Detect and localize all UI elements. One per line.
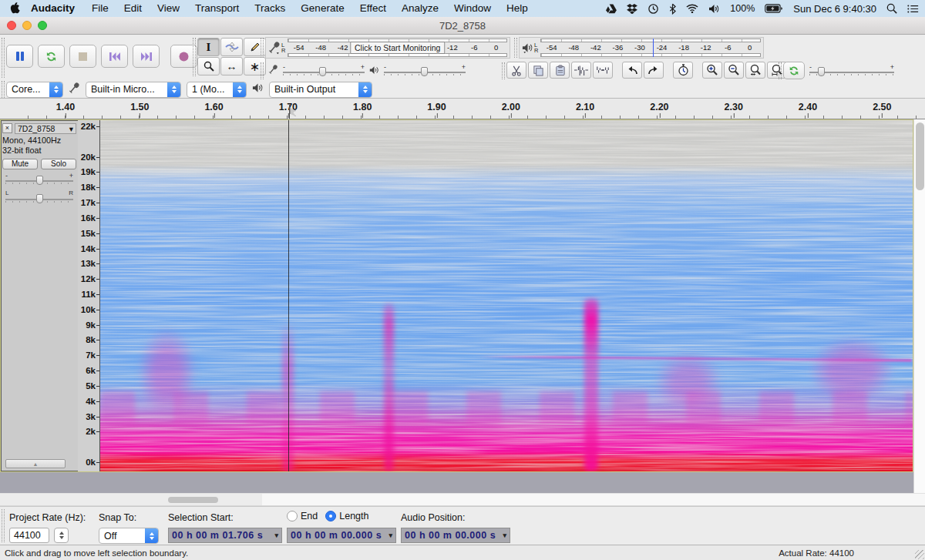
close-track-button[interactable]: × bbox=[2, 123, 12, 133]
selection-length-field[interactable]: 00 h 00 m 00.000 s▾ bbox=[287, 528, 396, 543]
menu-item[interactable]: Window bbox=[446, 0, 499, 17]
volume-icon[interactable] bbox=[708, 4, 720, 14]
menu-clock[interactable]: Sun Dec 6 9:40:30 bbox=[793, 3, 876, 15]
track-gain-thumb[interactable] bbox=[36, 176, 43, 185]
track-pan-slider[interactable]: LR bbox=[5, 193, 73, 203]
timeshift-tool-button[interactable]: ↔ bbox=[220, 57, 243, 75]
battery-icon[interactable] bbox=[765, 4, 783, 13]
selection-tool-button[interactable]: I bbox=[197, 38, 220, 56]
menu-item[interactable]: Effect bbox=[352, 0, 394, 17]
start-monitoring-button[interactable]: Click to Start Monitoring bbox=[350, 42, 445, 54]
horizontal-scrollbar[interactable] bbox=[0, 493, 925, 506]
playback-meter[interactable]: LR -54-48-42-36-30-24-18-12-60 bbox=[519, 37, 764, 59]
edit-toolbar-grip[interactable] bbox=[502, 62, 505, 79]
zoom-out-button[interactable] bbox=[724, 62, 744, 79]
end-radio[interactable]: End bbox=[287, 511, 318, 521]
stop-button[interactable] bbox=[69, 45, 96, 68]
menu-item[interactable]: View bbox=[150, 0, 187, 17]
solo-button[interactable]: Solo bbox=[41, 159, 76, 169]
menu-item[interactable]: Generate bbox=[293, 0, 352, 17]
cut-button[interactable] bbox=[506, 62, 526, 79]
project-rate-input[interactable]: 44100 bbox=[9, 528, 49, 543]
timeline-label: 2.00 bbox=[502, 102, 520, 112]
wifi-icon[interactable] bbox=[686, 4, 698, 13]
copy-button[interactable] bbox=[528, 62, 548, 79]
track-title-menu[interactable]: 7D2_8758 ▾ bbox=[15, 123, 76, 134]
spotlight-icon[interactable] bbox=[886, 3, 897, 14]
frequency-label: 6k bbox=[86, 366, 96, 375]
recording-channels-select[interactable]: 1 (Mo... bbox=[187, 82, 247, 98]
silence-audio-button[interactable] bbox=[593, 62, 613, 79]
playback-device-select[interactable]: Built-in Output bbox=[269, 82, 372, 98]
audio-position-field[interactable]: 00 h 00 m 00.000 s▾ bbox=[401, 528, 510, 543]
redo-button[interactable] bbox=[644, 62, 664, 79]
mixer-grip[interactable] bbox=[261, 62, 264, 79]
frequency-label: 8k bbox=[86, 335, 96, 344]
spectrogram[interactable] bbox=[100, 120, 913, 471]
menu-item[interactable]: Transport bbox=[187, 0, 247, 17]
zoom-in-button[interactable] bbox=[702, 62, 722, 79]
device-toolbar-grip[interactable] bbox=[2, 81, 5, 98]
envelope-tool-button[interactable] bbox=[220, 38, 243, 56]
menu-item[interactable]: Edit bbox=[116, 0, 150, 17]
zoom-window-button[interactable] bbox=[38, 21, 47, 30]
record-volume-thumb[interactable] bbox=[319, 67, 326, 76]
trim-audio-button[interactable] bbox=[571, 62, 591, 79]
recording-meter-grip[interactable] bbox=[261, 38, 264, 58]
window-title-bar[interactable]: 7D2_8758 bbox=[0, 17, 925, 35]
pause-button[interactable] bbox=[6, 45, 33, 68]
track-gain-slider[interactable]: -+ bbox=[5, 174, 73, 185]
notification-center-icon[interactable] bbox=[907, 4, 919, 14]
transcription-grip[interactable] bbox=[779, 62, 782, 79]
playback-speed-thumb[interactable] bbox=[818, 67, 825, 76]
time-machine-icon[interactable] bbox=[648, 3, 659, 15]
selection-start-field[interactable]: 00 h 00 m 01.706 s▾ bbox=[168, 528, 282, 543]
radio-selected-icon[interactable] bbox=[325, 511, 336, 521]
paste-button[interactable] bbox=[550, 62, 570, 79]
playback-volume-slider[interactable]: -+ bbox=[384, 65, 466, 76]
menu-item[interactable]: Audacity bbox=[23, 0, 84, 17]
vertical-scrollbar[interactable] bbox=[913, 119, 925, 493]
selection-toolbar-grip[interactable] bbox=[2, 509, 5, 542]
window-resize-grip[interactable] bbox=[915, 550, 924, 559]
tools-grip[interactable] bbox=[193, 38, 196, 76]
playback-meter-grip[interactable] bbox=[514, 38, 517, 58]
skip-to-start-button[interactable] bbox=[101, 45, 128, 68]
record-volume-slider[interactable]: -+ bbox=[283, 65, 365, 76]
play-button[interactable] bbox=[38, 45, 65, 68]
skip-to-end-button[interactable] bbox=[133, 45, 160, 68]
audio-host-select[interactable]: Core... bbox=[6, 82, 63, 98]
apple-menu-icon[interactable] bbox=[6, 2, 23, 16]
collapse-track-button[interactable]: ▲ bbox=[5, 459, 66, 468]
playback-speed-slider[interactable]: -+ bbox=[809, 65, 894, 76]
track-pan-thumb[interactable] bbox=[36, 194, 43, 203]
frequency-ruler[interactable]: 22k20k19k18k17k16k15k14k13k12k11k10k9k8k… bbox=[78, 120, 100, 471]
close-window-button[interactable] bbox=[7, 21, 16, 30]
play-at-speed-button[interactable] bbox=[783, 62, 805, 79]
menu-item[interactable]: Tracks bbox=[247, 0, 293, 17]
minimize-window-button[interactable] bbox=[22, 21, 32, 30]
gdrive-icon[interactable] bbox=[606, 4, 617, 14]
recording-meter[interactable]: LR -54-48-42-36-30-24-18-12-60 Click to … bbox=[265, 37, 510, 59]
snap-to-select[interactable]: Off bbox=[99, 528, 159, 544]
dropbox-icon[interactable] bbox=[627, 4, 637, 14]
vertical-scrollbar-thumb[interactable] bbox=[916, 122, 924, 190]
menu-item[interactable]: File bbox=[84, 0, 116, 17]
fit-selection-button[interactable] bbox=[745, 62, 765, 79]
horizontal-scrollbar-thumb[interactable] bbox=[168, 497, 218, 503]
project-rate-stepper[interactable] bbox=[54, 528, 69, 543]
mute-button[interactable]: Mute bbox=[2, 159, 38, 169]
spectral-band bbox=[100, 391, 913, 424]
timeline-ruler[interactable]: 1.401.501.601.701.801.902.002.102.202.30… bbox=[0, 99, 925, 119]
playback-volume-thumb[interactable] bbox=[421, 67, 428, 76]
transport-grip[interactable] bbox=[2, 38, 5, 78]
bluetooth-icon[interactable] bbox=[669, 3, 676, 15]
menu-item[interactable]: Help bbox=[499, 0, 536, 17]
menu-item[interactable]: Analyze bbox=[394, 0, 446, 17]
sync-lock-button[interactable] bbox=[673, 62, 693, 79]
undo-button[interactable] bbox=[622, 62, 642, 79]
length-radio[interactable]: Length bbox=[325, 511, 368, 521]
recording-device-select[interactable]: Built-in Micro... bbox=[86, 82, 181, 98]
zoom-tool-button[interactable] bbox=[197, 57, 220, 75]
radio-icon[interactable] bbox=[287, 511, 298, 521]
